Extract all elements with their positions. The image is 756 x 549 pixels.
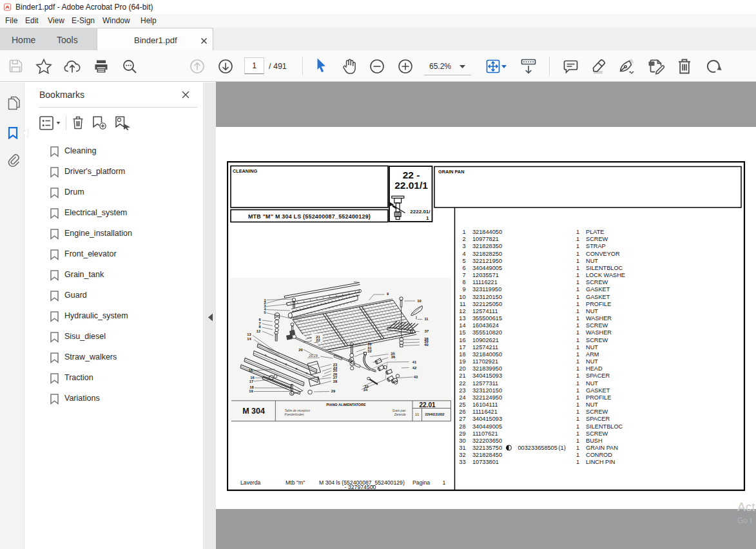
svg-text:28: 28 [333, 380, 337, 383]
svg-text:- 327974500: - 327974500 [345, 484, 376, 490]
svg-text:22940131602: 22940131602 [425, 413, 445, 416]
svg-text:1/1: 1/1 [415, 413, 420, 416]
svg-text:20.29: 20.29 [308, 354, 317, 358]
svg-text:15: 15 [249, 369, 253, 372]
svg-text:22.01/1: 22.01/1 [394, 180, 428, 191]
svg-text:22.01: 22.01 [419, 401, 435, 409]
svg-text:Foerderboden: Foerderboden [285, 413, 304, 416]
svg-text:2222.01/: 2222.01/ [410, 209, 431, 215]
svg-text:Mtb "m": Mtb "m" [286, 479, 305, 486]
svg-text:(1): (1) [559, 445, 566, 451]
svg-text:43: 43 [414, 375, 418, 379]
svg-text:37: 37 [425, 329, 429, 333]
svg-text:22: 22 [316, 338, 320, 342]
svg-text:41: 41 [412, 360, 416, 364]
svg-text:17: 17 [249, 380, 253, 383]
svg-text:10: 10 [417, 299, 421, 303]
svg-text:32: 32 [367, 349, 371, 353]
svg-text:PLATESCREWSTRAPCONVEYORNUTSILE: PLATESCREWSTRAPCONVEYORNUTSILENTBLOCLOCK… [586, 229, 625, 465]
svg-text:36: 36 [391, 355, 395, 359]
svg-text:29: 29 [331, 389, 335, 393]
svg-text:1: 1 [426, 215, 429, 221]
svg-text:Zaranda: Zaranda [394, 413, 406, 416]
svg-text:1: 1 [443, 479, 446, 486]
svg-text:34: 34 [363, 388, 368, 392]
svg-text:9: 9 [387, 292, 389, 296]
svg-text:13: 13 [247, 332, 251, 336]
svg-text:14: 14 [247, 337, 251, 341]
svg-text:Pagina: Pagina [412, 479, 430, 486]
svg-text:GRAIN PAN: GRAIN PAN [438, 169, 464, 175]
svg-text:Grain pan: Grain pan [392, 409, 405, 412]
svg-text:MTB "M" M 304 LS (552400087_55: MTB "M" M 304 LS (552400087_552400129) [248, 213, 371, 220]
svg-text:PIANO ALIMENTATORE: PIANO ALIMENTATORE [326, 403, 366, 407]
svg-text:003233658505: 003233658505 [518, 445, 557, 451]
svg-text:12: 12 [257, 329, 260, 333]
svg-text:111111111111111111111111111111: 111111111111111111111111111111111 [576, 229, 579, 465]
svg-text:19: 19 [249, 389, 253, 393]
svg-text:M 304: M 304 [242, 407, 265, 416]
svg-text:123456789101112131415161718192: 1234567891011121314151617181920212223242… [459, 229, 465, 465]
svg-text:8: 8 [258, 325, 260, 329]
svg-text:CLEANING: CLEANING [233, 168, 257, 174]
svg-text:20: 20 [298, 348, 302, 352]
svg-text:40: 40 [424, 343, 428, 347]
svg-text:42: 42 [412, 366, 416, 370]
svg-text:11: 11 [424, 317, 428, 321]
svg-text:18: 18 [249, 385, 253, 389]
svg-text:5: 5 [264, 311, 266, 314]
svg-text:321844050109778213218283503218: 3218440501097782132182835032182825032212… [472, 229, 502, 465]
svg-text:22 -: 22 - [403, 169, 420, 180]
svg-text:Table de réception: Table de réception [285, 409, 311, 412]
svg-text:Laverda: Laverda [240, 479, 261, 486]
